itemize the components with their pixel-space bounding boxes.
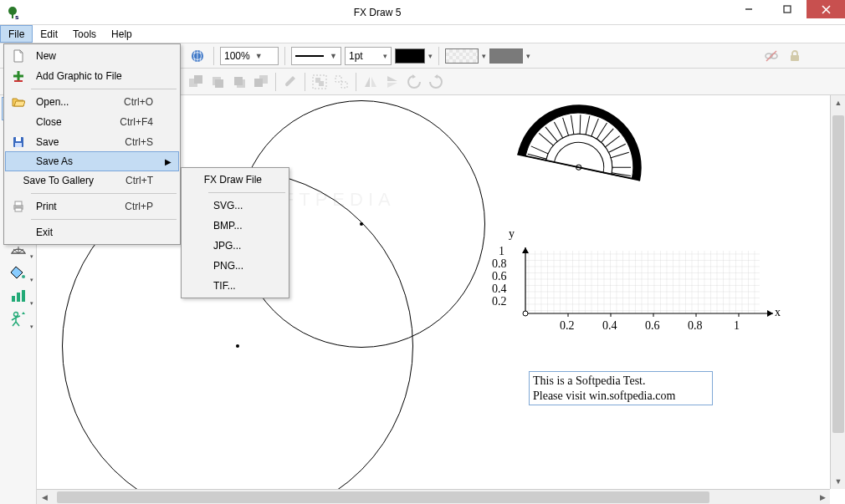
scroll-up-button[interactable]: ▲ (831, 95, 845, 110)
dropdown-arrow-icon: ▾ (383, 52, 387, 60)
svg-rect-1 (12, 13, 13, 18)
y-tick-label: 0.8 (492, 257, 507, 271)
flip-h-icon[interactable] (361, 72, 381, 92)
separator (356, 73, 356, 91)
svg-rect-4 (784, 6, 791, 13)
globe-tool-icon[interactable] (187, 46, 207, 66)
close-button[interactable] (807, 0, 845, 18)
separator (275, 73, 276, 91)
menu-item-exit[interactable]: Exit (6, 222, 178, 242)
folder-open-icon (9, 96, 28, 108)
x-tick-label: 1 (734, 319, 740, 333)
chevron-down-icon: ▾ (30, 300, 33, 307)
text-object[interactable]: This is a Softpedia Test. Please visit w… (529, 371, 713, 405)
zoom-combo[interactable]: 100%▼ (220, 47, 279, 65)
menu-separator (31, 219, 177, 220)
send-backward-icon[interactable] (229, 72, 249, 92)
menu-help[interactable]: Help (104, 25, 140, 43)
flip-v-icon[interactable] (382, 72, 402, 92)
submenu-item-jpg[interactable]: JPG... (183, 236, 287, 256)
chevron-down-icon: ▾ (30, 277, 33, 283)
svg-rect-25 (341, 82, 347, 88)
horizontal-scrollbar[interactable]: ◀ ▶ (37, 489, 830, 504)
menu-item-save-gallery[interactable]: Save To Gallery Ctrl+T (6, 171, 178, 191)
stroke-color-well[interactable] (395, 48, 425, 64)
print-icon (9, 201, 28, 212)
bring-front-icon[interactable] (186, 72, 206, 92)
scroll-down-button[interactable]: ▼ (831, 474, 845, 489)
rotate-left-icon[interactable] (404, 72, 424, 92)
zoom-value: 100% (224, 50, 250, 62)
add-icon (9, 70, 28, 82)
ungroup-icon[interactable] (331, 72, 351, 92)
minimize-button[interactable] (730, 0, 768, 18)
circle-center-point (236, 344, 239, 348)
menu-item-add-graphic[interactable]: Add Graphic to File (6, 66, 178, 86)
svg-rect-68 (525, 251, 760, 313)
menu-tools[interactable]: Tools (65, 25, 104, 43)
axes-chart[interactable]: 1 0.8 0.6 0.4 0.2 y 0.2 0.4 0.6 0.8 1 x (522, 247, 781, 330)
submenu-arrow-icon: ▶ (165, 157, 172, 166)
chart-tool[interactable]: ▾ (2, 284, 35, 308)
x-tick-label: 0.6 (645, 319, 660, 333)
menu-item-new[interactable]: New (6, 46, 178, 66)
menu-bar: File Edit Tools Help (0, 25, 845, 43)
menu-item-save-as[interactable]: Save As ▶ (5, 151, 179, 171)
dropdown-arrow-icon: ▼ (255, 52, 263, 60)
y-tick-label: 0.6 (492, 270, 507, 283)
group-icon[interactable] (310, 72, 330, 92)
linestyle-combo[interactable]: ▼ (291, 47, 341, 65)
menu-item-print[interactable]: Print Ctrl+P (6, 196, 178, 216)
x-tick-label: 0.2 (560, 319, 575, 333)
brush-icon[interactable] (280, 72, 300, 92)
menu-file[interactable]: File (0, 25, 33, 43)
svg-line-11 (766, 51, 776, 61)
lineweight-combo[interactable]: 1pt▾ (345, 47, 392, 65)
vertical-scrollbar[interactable]: ▲ ▼ (830, 95, 845, 489)
x-tick-label: 0.8 (688, 319, 703, 333)
protractor-shape[interactable] (506, 95, 663, 195)
menu-item-open[interactable]: Open... Ctrl+O (6, 92, 178, 112)
svg-point-39 (22, 275, 25, 278)
new-file-icon (9, 49, 28, 63)
submenu-item-bmp[interactable]: BMP... (183, 216, 287, 236)
menu-separator (208, 192, 285, 193)
window-controls (730, 0, 845, 24)
circle-center-point (360, 222, 363, 226)
menu-item-close[interactable]: Close Ctrl+F4 (6, 112, 178, 132)
dropdown-arrow-icon[interactable]: ▾ (482, 52, 486, 60)
figure-tool[interactable]: ▾ (2, 308, 35, 331)
bring-forward-icon[interactable] (207, 72, 228, 92)
submenu-item-tif[interactable]: TIF... (183, 276, 287, 296)
fill-pattern-well[interactable] (445, 48, 479, 64)
svg-rect-16 (215, 79, 223, 88)
menu-separator (31, 89, 177, 89)
send-back-icon[interactable] (251, 72, 271, 92)
lock-icon (785, 46, 805, 66)
scroll-thumb[interactable] (57, 491, 709, 503)
submenu-item-svg[interactable]: SVG... (183, 196, 287, 216)
menu-separator (31, 193, 177, 194)
unlink-icon (761, 46, 781, 66)
svg-rect-12 (791, 55, 799, 61)
chevron-down-icon: ▾ (30, 253, 33, 260)
scroll-right-button[interactable]: ▶ (815, 490, 830, 504)
scroll-thumb[interactable] (832, 115, 844, 433)
y-axis-label: y (509, 227, 515, 241)
dropdown-arrow-icon[interactable]: ▾ (526, 52, 530, 60)
file-menu-dropdown: New Add Graphic to File Open... Ctrl+O C… (3, 43, 181, 245)
scroll-left-button[interactable]: ◀ (37, 490, 52, 504)
dropdown-arrow-icon[interactable]: ▾ (428, 52, 433, 60)
maximize-button[interactable] (768, 0, 807, 18)
rotate-right-icon[interactable] (426, 72, 446, 92)
menu-edit[interactable]: Edit (33, 25, 65, 43)
lineweight-value: 1pt (349, 50, 363, 62)
text-line: This is a Softpedia Test. (533, 374, 709, 389)
dropdown-arrow-icon: ▼ (330, 52, 337, 60)
fill-color-well[interactable] (489, 48, 523, 64)
submenu-item-fxdraw[interactable]: FX Draw File (183, 170, 287, 190)
title-bar: s FX Draw 5 (0, 0, 845, 25)
menu-item-save[interactable]: Save Ctrl+S (6, 132, 178, 152)
submenu-item-png[interactable]: PNG... (183, 256, 287, 276)
fill-tool[interactable]: ▾ (2, 261, 35, 284)
